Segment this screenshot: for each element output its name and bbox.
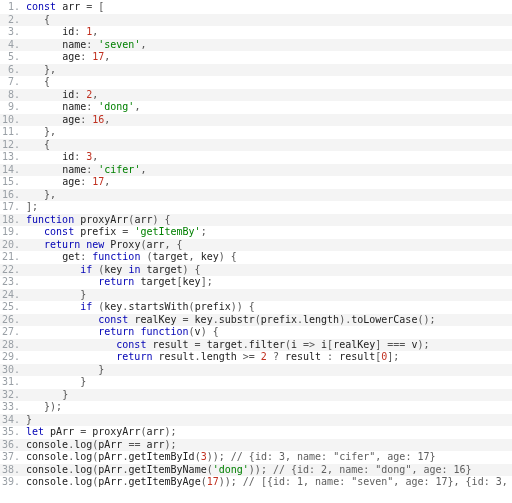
- code-line: age: 17,: [0, 176, 512, 189]
- token-dot: :: [80, 251, 92, 262]
- token-id: proxyArr: [74, 214, 128, 225]
- code-line: age: 16,: [0, 114, 512, 127]
- token-dot: }: [98, 364, 104, 375]
- code-line: console.log(pArr.getItemByName('dong'));…: [0, 464, 512, 477]
- token-id: filter: [249, 339, 285, 350]
- token-id: pArr: [98, 464, 122, 475]
- code-line: name: 'seven',: [0, 39, 512, 52]
- code-line: if (key in target) {: [0, 264, 512, 277]
- token-id: arr: [134, 214, 152, 225]
- token-cmt: // {id: 3, name: "cifer", age: 17}: [231, 451, 436, 462]
- token-id: getItemByName: [128, 464, 206, 475]
- token-id: result: [146, 339, 194, 350]
- token-id: arr: [146, 439, 164, 450]
- indent-whitespace: [26, 14, 44, 25]
- token-id: target: [134, 276, 176, 287]
- token-dot: (: [92, 264, 104, 275]
- token-kw: const: [44, 226, 74, 237]
- token-dot: :: [86, 164, 98, 175]
- indent-whitespace: [26, 314, 98, 325]
- code-line: get: function (target, key) {: [0, 251, 512, 264]
- token-kw: in: [128, 264, 140, 275]
- token-num: 16: [92, 114, 104, 125]
- indent-whitespace: [26, 151, 62, 162]
- indent-whitespace: [26, 251, 62, 262]
- token-id: name: [62, 164, 86, 175]
- token-dot: ) {: [201, 326, 219, 337]
- token-id: toLowerCase: [351, 314, 417, 325]
- token-dot: :: [74, 26, 86, 37]
- token-dot: ));: [249, 464, 273, 475]
- token-num: 17: [92, 51, 104, 62]
- code-line: const realKey = key.substr(prefix.length…: [0, 314, 512, 327]
- token-str: 'dong': [213, 464, 249, 475]
- token-id: age: [62, 51, 80, 62]
- token-dot: }: [80, 376, 86, 387]
- indent-whitespace: [26, 176, 62, 187]
- token-dot: }: [80, 289, 86, 300]
- token-dot: , {: [165, 239, 183, 250]
- indent-whitespace: [26, 339, 116, 350]
- token-kw: const: [26, 1, 56, 12]
- token-str: 'dong': [98, 101, 134, 112]
- token-str: 'seven': [98, 39, 140, 50]
- token-kw: return: [116, 351, 152, 362]
- token-dot: ) {: [183, 264, 201, 275]
- token-id: pArr: [44, 426, 80, 437]
- indent-whitespace: [26, 39, 62, 50]
- token-id: realKey: [128, 314, 182, 325]
- token-id: pArr: [98, 451, 122, 462]
- indent-whitespace: [26, 189, 44, 200]
- token-dot: ();: [417, 314, 435, 325]
- token-cmt: // [{id: 1, name: "seven", age: 17}, {id…: [243, 476, 512, 487]
- code-line: id: 3,: [0, 151, 512, 164]
- token-dot: );: [165, 426, 177, 437]
- token-dot: :: [74, 89, 86, 100]
- token-id: result: [285, 351, 327, 362]
- token-id: prefix: [261, 314, 297, 325]
- token-dot: :: [80, 114, 92, 125]
- token-dot: {: [44, 14, 50, 25]
- indent-whitespace: [26, 89, 62, 100]
- token-id: console: [26, 476, 68, 487]
- token-id: id: [62, 26, 74, 37]
- token-id: prefix: [195, 301, 231, 312]
- token-num: 17: [207, 476, 219, 487]
- token-id: id: [62, 89, 74, 100]
- token-kw: return function: [98, 326, 188, 337]
- token-id: arr: [146, 426, 164, 437]
- token-id: startsWith: [128, 301, 188, 312]
- token-kw: return: [98, 276, 134, 287]
- token-kw: function: [26, 214, 74, 225]
- token-id: get: [62, 251, 80, 262]
- token-id: age: [62, 114, 80, 125]
- token-id: proxyArr: [92, 426, 140, 437]
- token-dot: },: [44, 64, 56, 75]
- indent-whitespace: [26, 364, 98, 375]
- token-dot: ?: [267, 351, 285, 362]
- code-line: });: [0, 401, 512, 414]
- code-line: const result = target.filter(i => i[real…: [0, 339, 512, 352]
- token-id: length: [201, 351, 243, 362]
- token-id: pArr: [98, 439, 128, 450]
- token-dot: ,: [134, 101, 140, 112]
- token-dot: },: [44, 189, 56, 200]
- indent-whitespace: [26, 401, 44, 412]
- token-str: 'cifer': [98, 164, 140, 175]
- token-kw: let: [26, 426, 44, 437]
- token-id: name: [62, 101, 86, 112]
- code-line: console.log(pArr.getItemById(3)); // {id…: [0, 451, 512, 464]
- token-id: console: [26, 464, 68, 475]
- token-id: substr: [219, 314, 255, 325]
- token-dot: {: [44, 76, 50, 87]
- token-str: 'getItemBy': [134, 226, 200, 237]
- token-dot: ,: [92, 89, 98, 100]
- code-line: },: [0, 64, 512, 77]
- code-line: let pArr = proxyArr(arr);: [0, 426, 512, 439]
- token-id: console: [26, 439, 68, 450]
- token-num: 17: [92, 176, 104, 187]
- code-line: console.log(pArr == arr);: [0, 439, 512, 452]
- token-id: name: [62, 39, 86, 50]
- token-kw: if: [80, 264, 92, 275]
- code-line: console.log(pArr.getItemByAge(17)); // […: [0, 476, 512, 489]
